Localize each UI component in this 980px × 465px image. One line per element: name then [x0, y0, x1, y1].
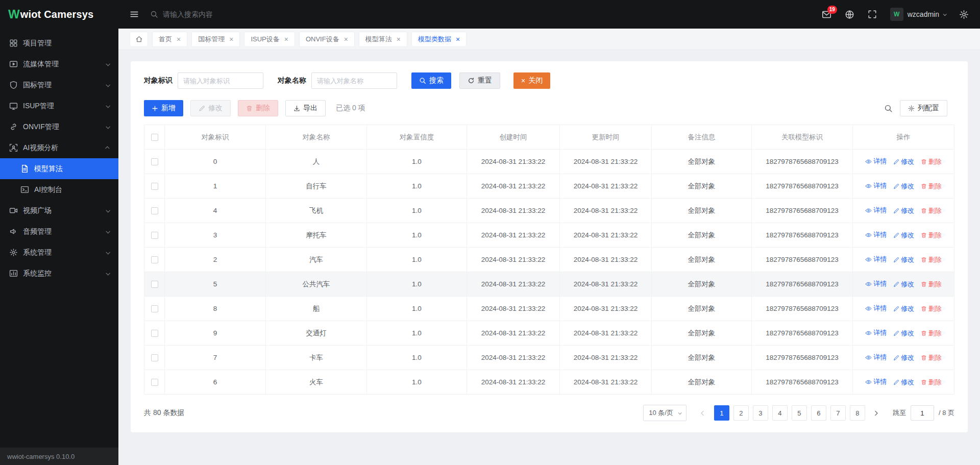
tab-item[interactable]: 国标管理 × [191, 32, 240, 47]
row-checkbox[interactable] [151, 379, 158, 386]
row-checkbox[interactable] [151, 256, 158, 263]
object-name-input[interactable] [311, 72, 397, 89]
page-button[interactable]: 6 [811, 405, 826, 421]
sidebar-item-onvif[interactable]: ONVIF管理 [0, 116, 118, 137]
edit-link[interactable]: 修改 [893, 378, 914, 387]
column-config-button[interactable]: 列配置 [900, 100, 947, 116]
page-button[interactable]: 7 [830, 405, 846, 421]
cell-model-id: 1827978765688709123 [752, 346, 853, 370]
sidebar-item-monitor[interactable]: 系统监控 [0, 263, 118, 284]
delete-link[interactable]: 删除 [921, 378, 942, 387]
sidebar-item-isup[interactable]: ISUP管理 [0, 95, 118, 116]
search-button[interactable]: 搜索 [411, 72, 451, 89]
sidebar-item-ai-console[interactable]: AI控制台 [0, 179, 118, 200]
sidebar-item-video-plaza[interactable]: 视频广场 [0, 200, 118, 221]
row-checkbox[interactable] [151, 330, 158, 337]
page-button[interactable]: 2 [733, 405, 749, 421]
user-menu[interactable]: W wzcadmin [890, 8, 946, 21]
tab-close-icon[interactable]: × [397, 36, 401, 43]
select-all-checkbox[interactable] [151, 134, 158, 141]
detail-link[interactable]: 详情 [865, 353, 887, 362]
fullscreen-icon[interactable] [868, 10, 877, 19]
table-search-icon[interactable] [884, 104, 893, 113]
delete-link[interactable]: 删除 [921, 206, 942, 215]
delete-link[interactable]: 删除 [921, 182, 942, 191]
page-button[interactable]: 3 [753, 405, 768, 421]
object-id-input[interactable] [178, 72, 263, 89]
tab-item[interactable]: ONVIF设备 × [299, 32, 355, 47]
delete-button[interactable]: 删除 [238, 100, 278, 116]
tab-close-icon[interactable]: × [284, 36, 288, 43]
row-checkbox[interactable] [151, 305, 158, 312]
globe-icon[interactable] [845, 10, 854, 19]
delete-link[interactable]: 删除 [921, 280, 942, 289]
delete-link[interactable]: 删除 [921, 329, 942, 338]
detail-link[interactable]: 详情 [865, 230, 887, 239]
delete-link[interactable]: 删除 [921, 304, 942, 313]
row-checkbox[interactable] [151, 207, 158, 214]
edit-link[interactable]: 修改 [893, 353, 914, 362]
tab-home[interactable] [130, 32, 148, 47]
sidebar-item-system[interactable]: 系统管理 [0, 242, 118, 263]
cell-remark: 全部对象 [652, 346, 752, 370]
tab-close-icon[interactable]: × [177, 36, 181, 43]
page-button[interactable]: 8 [850, 405, 865, 421]
sidebar-item-gb[interactable]: 国标管理 [0, 75, 118, 95]
reset-button[interactable]: 重置 [459, 72, 500, 89]
tab-close-icon[interactable]: × [344, 36, 348, 43]
sidebar-item-label: AI控制台 [34, 185, 62, 194]
detail-link[interactable]: 详情 [865, 279, 887, 288]
delete-link[interactable]: 删除 [921, 255, 942, 264]
tab-item[interactable]: ISUP设备 × [244, 32, 295, 47]
delete-link[interactable]: 删除 [921, 231, 942, 240]
row-checkbox[interactable] [151, 354, 158, 361]
tab-item[interactable]: 首页 × [152, 32, 187, 47]
edit-link[interactable]: 修改 [893, 157, 914, 166]
detail-link[interactable]: 详情 [865, 206, 887, 215]
mail-icon[interactable]: 19 [822, 10, 831, 19]
edit-link[interactable]: 修改 [893, 255, 914, 264]
delete-link[interactable]: 删除 [921, 353, 942, 362]
page-button[interactable]: 5 [792, 405, 807, 421]
row-checkbox[interactable] [151, 232, 158, 239]
detail-link[interactable]: 详情 [865, 328, 887, 337]
detail-link[interactable]: 详情 [865, 304, 887, 313]
edit-link[interactable]: 修改 [893, 304, 914, 313]
sidebar-item-audio[interactable]: 音频管理 [0, 221, 118, 242]
sidebar-item-media[interactable]: 流媒体管理 [0, 54, 118, 75]
edit-button[interactable]: 修改 [190, 100, 231, 116]
tab-close-icon[interactable]: × [229, 36, 233, 43]
edit-link[interactable]: 修改 [893, 280, 914, 289]
sidebar-item-project[interactable]: 项目管理 [0, 33, 118, 54]
page-size-select[interactable]: 10 条/页 [643, 405, 687, 421]
prev-page-button[interactable] [696, 405, 710, 421]
edit-link[interactable]: 修改 [893, 329, 914, 338]
detail-link[interactable]: 详情 [865, 157, 887, 166]
row-checkbox[interactable] [151, 158, 158, 165]
sidebar-item-ai-video[interactable]: AI视频分析 [0, 137, 118, 158]
tab-close-icon[interactable]: × [456, 36, 460, 43]
next-page-button[interactable] [869, 405, 884, 421]
sidebar-item-model-algorithm[interactable]: 模型算法 [0, 158, 118, 179]
menu-collapse-icon[interactable] [130, 10, 139, 19]
global-search-input[interactable] [163, 10, 280, 18]
close-button[interactable]: × 关闭 [513, 72, 550, 89]
detail-link[interactable]: 详情 [865, 181, 887, 190]
page-button[interactable]: 4 [772, 405, 788, 421]
app-logo[interactable]: W wiot Camersys [0, 0, 118, 29]
delete-link[interactable]: 删除 [921, 157, 942, 166]
edit-link[interactable]: 修改 [893, 182, 914, 191]
settings-gear-icon[interactable] [959, 10, 969, 19]
edit-link[interactable]: 修改 [893, 231, 914, 240]
detail-link[interactable]: 详情 [865, 377, 887, 386]
edit-link[interactable]: 修改 [893, 206, 914, 215]
detail-link[interactable]: 详情 [865, 255, 887, 264]
add-button[interactable]: 新增 [144, 100, 183, 116]
tab-item[interactable]: 模型算法 × [359, 32, 407, 47]
export-button[interactable]: 导出 [285, 100, 326, 116]
page-button[interactable]: 1 [714, 405, 729, 421]
jump-input[interactable] [911, 405, 934, 421]
tab-item[interactable]: 模型类数据 × [411, 32, 467, 47]
row-checkbox[interactable] [151, 183, 158, 190]
row-checkbox[interactable] [151, 281, 158, 288]
